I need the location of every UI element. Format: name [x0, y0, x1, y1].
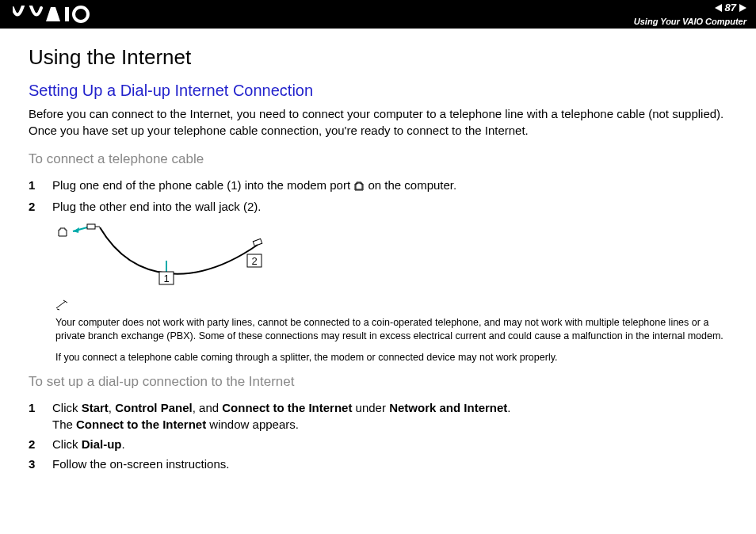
step-number: 2 [29, 436, 40, 452]
svg-rect-6 [253, 238, 262, 246]
step-number: 1 [29, 399, 40, 433]
header-bar: 87 Using Your VAIO Computer [0, 0, 756, 29]
page-subtitle: Setting Up a Dial-up Internet Connection [29, 79, 727, 101]
step-text: Click Dial-up. [52, 436, 125, 452]
section-b-steps: 1 Click Start, Control Panel, and Connec… [29, 399, 727, 472]
svg-point-1 [74, 7, 88, 21]
step-text: Follow the on-screen instructions. [52, 456, 229, 472]
page-title: Using the Internet [29, 43, 727, 71]
diagram-label-2: 2 [251, 255, 257, 267]
step-number: 1 [29, 177, 40, 195]
step-text: Plug one end of the phone cable (1) into… [52, 177, 456, 195]
list-item: 1 Plug one end of the phone cable (1) in… [29, 177, 727, 195]
svg-marker-3 [73, 227, 79, 233]
step-number: 2 [29, 198, 40, 215]
step-text: Click Start, Control Panel, and Connect … [52, 399, 510, 433]
list-item: 1 Click Start, Control Panel, and Connec… [29, 399, 727, 433]
vaio-logo [13, 6, 100, 23]
header-right: 87 Using Your VAIO Computer [634, 1, 746, 29]
diagram-label-1: 1 [163, 273, 169, 284]
step-text-after: on the computer. [365, 178, 456, 192]
step-number: 3 [29, 456, 40, 472]
section-a-steps: 1 Plug one end of the phone cable (1) in… [29, 177, 727, 215]
page-number: 87 [725, 1, 736, 15]
step-text-before: Plug one end of the phone cable (1) into… [52, 178, 353, 192]
section-label: Using Your VAIO Computer [634, 16, 746, 28]
svg-rect-0 [65, 7, 69, 21]
page-nav: 87 [715, 1, 746, 15]
note-block: Your computer does not work with party l… [55, 299, 727, 364]
prev-page-arrow-icon[interactable] [715, 4, 722, 12]
section-b-heading: To set up a dial-up connection to the In… [29, 372, 727, 391]
note-paragraph-1: Your computer does not work with party l… [55, 316, 727, 343]
note-paragraph-2: If you connect a telephone cable coming … [55, 351, 727, 364]
intro-paragraph: Before you can connect to the Internet, … [29, 106, 727, 139]
svg-rect-4 [87, 224, 95, 229]
cable-diagram: 1 2 [55, 223, 727, 291]
page-content: Using the Internet Setting Up a Dial-up … [0, 29, 756, 472]
list-item: 2 Plug the other end into the wall jack … [29, 198, 727, 215]
next-page-arrow-icon[interactable] [739, 4, 746, 12]
list-item: 2 Click Dial-up. [29, 436, 727, 452]
list-item: 3 Follow the on-screen instructions. [29, 456, 727, 472]
modem-port-icon [353, 178, 365, 195]
note-icon [55, 299, 70, 315]
section-a-heading: To connect a telephone cable [29, 150, 727, 169]
step-text: Plug the other end into the wall jack (2… [52, 198, 261, 215]
